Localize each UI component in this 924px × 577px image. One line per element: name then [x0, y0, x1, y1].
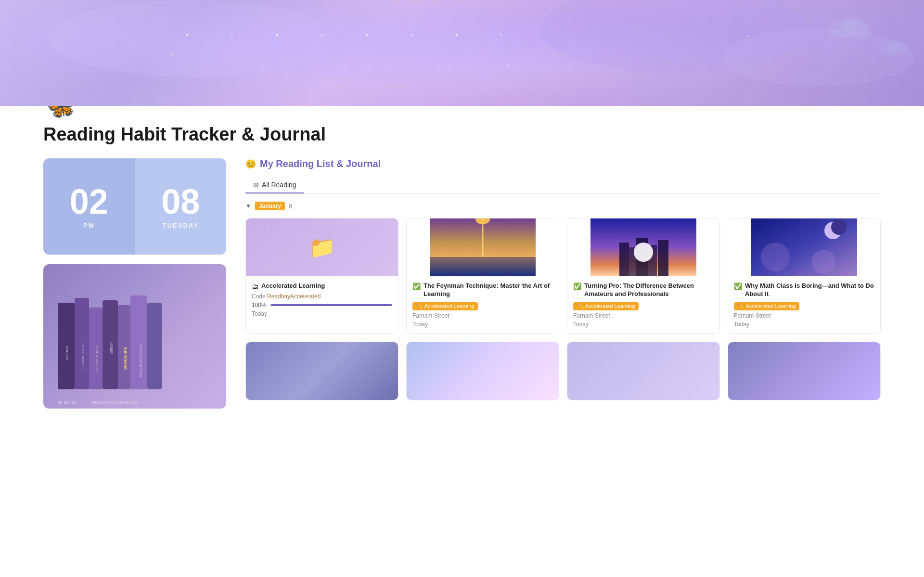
page-banner: ✦ ✧ ✦ ✧ ✦ ✦: [0, 0, 924, 106]
card-progress-fill: [270, 304, 392, 306]
card-item[interactable]: ✅ The Feynman Technique: Master the Art …: [406, 218, 559, 334]
svg-text:✦: ✦: [746, 33, 751, 40]
svg-rect-19: [130, 295, 147, 389]
svg-point-3: [722, 29, 914, 87]
card-title-icon: ✅: [573, 282, 581, 290]
card-publisher: Farnam Street: [573, 312, 714, 319]
svg-text:✦: ✦: [168, 51, 175, 59]
card-item[interactable]: [406, 342, 559, 400]
svg-text:FOREVER NOVEL: FOREVER NOVEL: [95, 345, 99, 374]
tab-all-reading[interactable]: ⊞ All Reading: [245, 177, 304, 193]
group-count: 8: [289, 203, 292, 210]
clock-day: TUESDAY: [163, 222, 199, 229]
card-tag: ✏️ Accelerated Learning: [734, 302, 799, 310]
card-publisher: Farnam Street: [412, 312, 553, 319]
cards-grid-row1: 📁 🗂 Accelerated Learning Code ReadbayAcc…: [245, 218, 881, 334]
card-title: Why Math Class Is Boring—and What to Do …: [745, 282, 874, 298]
tab-all-reading-label: All Reading: [262, 181, 296, 189]
card-date: Today: [573, 321, 714, 328]
card-item[interactable]: [567, 342, 720, 400]
svg-point-44: [811, 250, 835, 274]
svg-point-39: [634, 243, 653, 262]
svg-text:de la cruz: de la cruz: [58, 400, 77, 405]
svg-text:BREAKTHROUGH GUIDE: BREAKTHROUGH GUIDE: [91, 400, 137, 405]
card-item[interactable]: ✅ Turning Pro: The Difference Between Am…: [567, 218, 720, 334]
card-title: Turning Pro: The Difference Between Amat…: [584, 282, 714, 298]
svg-point-42: [831, 219, 847, 235]
card-title: Accelerated Learning: [261, 282, 325, 290]
card-publisher: Farnam Street: [734, 312, 874, 319]
card-title-row: ✅ Turning Pro: The Difference Between Am…: [573, 282, 714, 298]
section-heading-text: My Reading List & Journal: [260, 158, 381, 169]
card-code-value: ReadbayAccelerated: [267, 293, 321, 300]
card-title-row: ✅ The Feynman Technique: Master the Art …: [412, 282, 553, 298]
card-item[interactable]: ✅ Why Math Class Is Boring—and What to D…: [728, 218, 881, 334]
group-toggle[interactable]: ▼: [245, 203, 251, 209]
svg-text:✦: ✦: [96, 21, 100, 25]
svg-rect-20: [147, 303, 162, 389]
svg-text:sun-kissed: sun-kissed: [123, 347, 128, 370]
card-item[interactable]: [728, 342, 881, 400]
card-progress-text: 100%: [252, 302, 267, 308]
card-code-row: Code ReadbayAccelerated: [252, 293, 392, 300]
clock-right: 08 TUESDAY: [135, 158, 227, 255]
card-date: Today: [734, 321, 874, 328]
card-body: ✅ Turning Pro: The Difference Between Am…: [567, 276, 719, 333]
section-heading: 😊 My Reading List & Journal: [245, 158, 881, 169]
card-body: ✅ The Feynman Technique: Master the Art …: [407, 276, 559, 333]
tabs-bar: ⊞ All Reading: [245, 177, 881, 194]
cards-grid-row2: [245, 342, 881, 400]
svg-text:LONER: LONER: [110, 342, 113, 354]
svg-text:SIMON & SCHUSTER: SIMON & SCHUSTER: [139, 344, 142, 377]
svg-text:✧: ✧: [602, 21, 605, 25]
clock-left: 02 PM: [43, 158, 135, 255]
group-name-badge: January: [255, 202, 285, 210]
clock-hour: 02: [70, 184, 108, 219]
card-title-row: 🗂 Accelerated Learning: [252, 282, 392, 290]
svg-point-43: [761, 243, 790, 271]
section-emoji: 😊: [245, 159, 256, 169]
clock-widget: 02 PM 08 TUESDAY: [43, 158, 226, 255]
card-body: ✅ Why Math Class Is Boring—and What to D…: [728, 276, 880, 333]
card-item[interactable]: [245, 342, 398, 400]
group-header: ▼ January 8: [245, 202, 881, 210]
svg-text:BELLY LAUGHS: BELLY LAUGHS: [81, 344, 85, 369]
svg-text:✧: ✧: [337, 25, 341, 30]
svg-rect-38: [658, 240, 668, 276]
card-tag: ✏️ Accelerated Learning: [573, 302, 639, 310]
card-title-icon: ✅: [734, 282, 742, 290]
page-title: Reading Habit Tracker & Journal: [43, 124, 881, 145]
svg-text:✦: ✦: [505, 61, 511, 69]
svg-text:kira-kira: kira-kira: [65, 346, 69, 360]
card-title-icon: ✅: [412, 282, 421, 290]
card-title: The Feynman Technique: Master the Art of…: [424, 282, 553, 298]
card-body: 🗂 Accelerated Learning Code ReadbayAccel…: [246, 276, 398, 323]
right-content: 😊 My Reading List & Journal ⊞ All Readin…: [245, 158, 881, 408]
card-progress-bar: [270, 304, 392, 306]
clock-minute: 08: [161, 184, 200, 219]
card-title-icon: 🗂: [252, 282, 258, 290]
books-image: kira-kira BELLY LAUGHS FOREVER NOVEL LON…: [43, 264, 226, 409]
card-tag: ✏️ Accelerated Learning: [412, 302, 478, 310]
main-layout: 02 PM 08 TUESDAY: [43, 158, 881, 409]
svg-rect-30: [430, 257, 536, 276]
card-item[interactable]: 📁 🗂 Accelerated Learning Code ReadbayAcc…: [245, 218, 398, 334]
card-date: Today: [412, 321, 553, 328]
clock-period: PM: [83, 222, 95, 229]
svg-rect-34: [619, 243, 629, 276]
tab-grid-icon: ⊞: [253, 181, 259, 189]
card-title-row: ✅ Why Math Class Is Boring—and What to D…: [734, 282, 874, 298]
card-progress-row: 100%: [252, 302, 392, 308]
card-date: Today: [252, 310, 392, 317]
left-panel: 02 PM 08 TUESDAY: [43, 158, 226, 409]
